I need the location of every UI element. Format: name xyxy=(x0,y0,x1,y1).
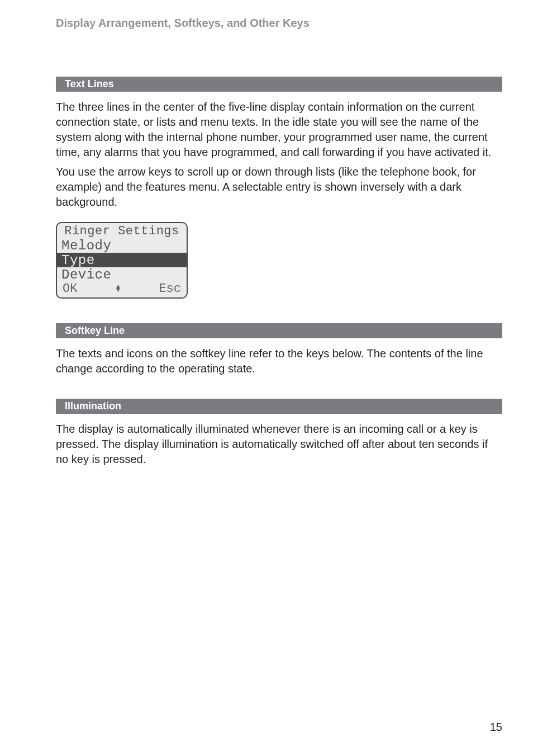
page-number: 15 xyxy=(490,721,502,734)
paragraph: The texts and icons on the softkey line … xyxy=(56,346,502,376)
softkey-left-label: OK xyxy=(63,282,77,296)
paragraph: The display is automatically illuminated… xyxy=(56,422,502,467)
lcd-illustration: Ringer Settings Melody Type Device OK ▲▼… xyxy=(56,222,502,299)
softkey-right-label: Esc xyxy=(159,282,181,296)
lcd-row-selected: Type xyxy=(57,253,187,267)
section-heading-illumination: Illumination xyxy=(56,399,502,414)
updown-arrow-icon: ▲▼ xyxy=(116,285,120,292)
lcd-row: Device xyxy=(57,267,187,282)
lcd-softkey-line: OK ▲▼ Esc xyxy=(57,282,187,297)
section-heading-text-lines: Text Lines xyxy=(56,77,502,92)
running-header: Display Arrangement, Softkeys, and Other… xyxy=(56,17,502,30)
paragraph: The three lines in the center of the fiv… xyxy=(56,100,502,160)
lcd-screen: Ringer Settings Melody Type Device OK ▲▼… xyxy=(56,222,188,299)
lcd-row: Melody xyxy=(57,238,187,253)
paragraph: You use the arrow keys to scroll up or d… xyxy=(56,164,502,210)
lcd-title: Ringer Settings xyxy=(57,223,187,238)
page: Display Arrangement, Softkeys, and Other… xyxy=(0,0,533,756)
section-heading-softkey-line: Softkey Line xyxy=(56,323,502,338)
